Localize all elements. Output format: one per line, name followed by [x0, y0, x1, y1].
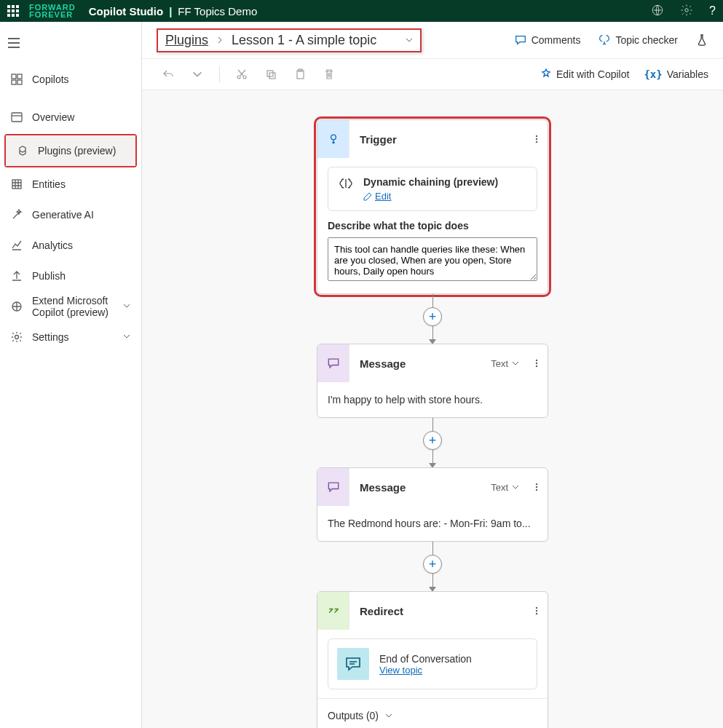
chain-title: Dynamic chaining (preview) [363, 176, 498, 188]
plugin-icon [16, 144, 29, 157]
nav-generative[interactable]: Generative AI [0, 199, 141, 230]
svg-rect-5 [17, 80, 22, 84]
conversation-icon [337, 648, 369, 680]
edit-with-copilot-button[interactable]: Edit with Copilot [540, 68, 629, 80]
redirect-target-card[interactable]: End of Conversation View topic [328, 638, 537, 689]
delete-button[interactable] [317, 63, 341, 86]
svg-point-21 [536, 363, 537, 364]
app-launcher-icon[interactable] [7, 5, 19, 17]
nav-collapse-button[interactable] [0, 29, 28, 57]
add-node-button[interactable]: + [423, 307, 442, 326]
trigger-node[interactable]: Trigger Dynamic chaining (preview) Edit [317, 119, 548, 294]
nav-label: Copilots [32, 74, 69, 85]
svg-point-20 [536, 360, 537, 361]
nav-label: Entities [32, 178, 66, 190]
comments-button[interactable]: Comments [514, 33, 581, 47]
svg-rect-3 [17, 74, 22, 79]
svg-rect-14 [297, 71, 304, 79]
message-body[interactable]: The Redmond hours are: - Mon-Fri: 9am to… [317, 506, 548, 541]
svg-point-10 [237, 76, 240, 79]
node-title: Message [349, 481, 491, 494]
nav-label: Extend Microsoft Copilot (preview) [32, 295, 114, 318]
dynamic-chaining-card[interactable]: Dynamic chaining (preview) Edit [328, 167, 537, 211]
redirect-node[interactable]: Redirect End of Conversation View topic [317, 591, 548, 728]
chevron-down-icon[interactable] [404, 35, 414, 45]
topic-checker-button[interactable]: Topic checker [598, 33, 678, 47]
message-type-selector[interactable]: Text [491, 482, 520, 493]
svg-point-23 [536, 483, 537, 485]
svg-point-16 [331, 135, 336, 140]
nav-label: Analytics [32, 240, 73, 251]
message-node[interactable]: Message Text The Redmond hours are: - Mo… [317, 467, 548, 542]
nav-copilots[interactable]: Copilots [0, 64, 141, 95]
chevron-down-icon [122, 301, 131, 312]
edit-link[interactable]: Edit [363, 191, 498, 202]
redirect-target-title: End of Conversation [379, 653, 472, 665]
svg-point-17 [536, 135, 537, 137]
brand-logo: FORWARD FOREVER [29, 4, 76, 18]
svg-rect-6 [12, 113, 22, 122]
extend-icon [10, 300, 23, 313]
svg-point-18 [536, 138, 537, 140]
node-title: Redirect [349, 605, 526, 617]
outputs-toggle[interactable]: Outputs (0) [317, 698, 548, 728]
top-bar: FORWARD FOREVER Copilot Studio | FF Topi… [0, 0, 723, 22]
variables-button[interactable]: {x} Variables [644, 68, 708, 80]
svg-point-1 [685, 8, 689, 12]
nav-analytics[interactable]: Analytics [0, 230, 141, 261]
node-menu-button[interactable] [526, 358, 548, 368]
nav-entities[interactable]: Entities [0, 169, 141, 199]
nav-settings[interactable]: Settings [0, 322, 141, 352]
nav-label: Generative AI [32, 209, 94, 221]
diagnostics-icon[interactable] [651, 4, 664, 19]
test-button[interactable] [695, 33, 708, 47]
node-menu-button[interactable] [526, 482, 548, 492]
nav-publish[interactable]: Publish [0, 261, 141, 291]
svg-rect-2 [12, 74, 16, 79]
gear-icon[interactable] [680, 4, 693, 19]
node-title: Trigger [349, 133, 526, 146]
cut-button[interactable] [230, 63, 253, 86]
message-body[interactable]: I'm happy to help with store hours. [317, 382, 548, 417]
nav-label: Publish [32, 270, 66, 282]
canvas[interactable]: Trigger Dynamic chaining (preview) Edit [142, 90, 723, 728]
svg-point-28 [536, 613, 537, 614]
node-menu-button[interactable] [526, 134, 548, 144]
breadcrumb-root[interactable]: Plugins [165, 33, 208, 48]
view-topic-link[interactable]: View topic [379, 665, 472, 676]
svg-rect-12 [267, 71, 273, 76]
breadcrumb-leaf: Lesson 1 - A simple topic [232, 33, 376, 48]
left-nav: Copilots Overview Plugins (preview) Enti… [0, 22, 142, 728]
svg-rect-7 [12, 180, 21, 189]
description-textarea[interactable] [328, 237, 537, 281]
wand-icon [10, 208, 23, 221]
overview-icon [10, 111, 23, 124]
add-node-button[interactable]: + [423, 555, 442, 574]
chevron-right-icon [216, 36, 224, 44]
nav-overview[interactable]: Overview [0, 102, 141, 132]
node-menu-button[interactable] [526, 606, 548, 616]
add-node-button[interactable]: + [423, 431, 442, 450]
undo-dropdown[interactable] [186, 63, 209, 86]
nav-extend[interactable]: Extend Microsoft Copilot (preview) [0, 291, 141, 322]
help-icon[interactable]: ? [709, 4, 716, 17]
svg-rect-13 [269, 73, 275, 79]
nav-plugins[interactable]: Plugins (preview) [6, 135, 135, 166]
entities-icon [10, 178, 23, 191]
description-label: Describe what the topic does [328, 220, 537, 232]
undo-button[interactable] [157, 63, 180, 86]
nav-label: Overview [32, 111, 74, 123]
copy-button[interactable] [259, 63, 283, 86]
nav-label: Settings [32, 331, 114, 343]
svg-point-19 [536, 141, 537, 143]
svg-point-25 [536, 489, 537, 491]
topbar-title: Copilot Studio | FF Topics Demo [89, 5, 258, 17]
svg-rect-4 [12, 80, 16, 84]
paste-button[interactable] [288, 63, 312, 86]
message-node[interactable]: Message Text I'm happy to help with stor… [317, 344, 548, 418]
message-icon [317, 468, 349, 506]
svg-point-22 [536, 365, 537, 367]
breadcrumb[interactable]: Plugins Lesson 1 - A simple topic [157, 28, 422, 52]
svg-point-27 [536, 610, 537, 612]
message-type-selector[interactable]: Text [491, 358, 520, 369]
